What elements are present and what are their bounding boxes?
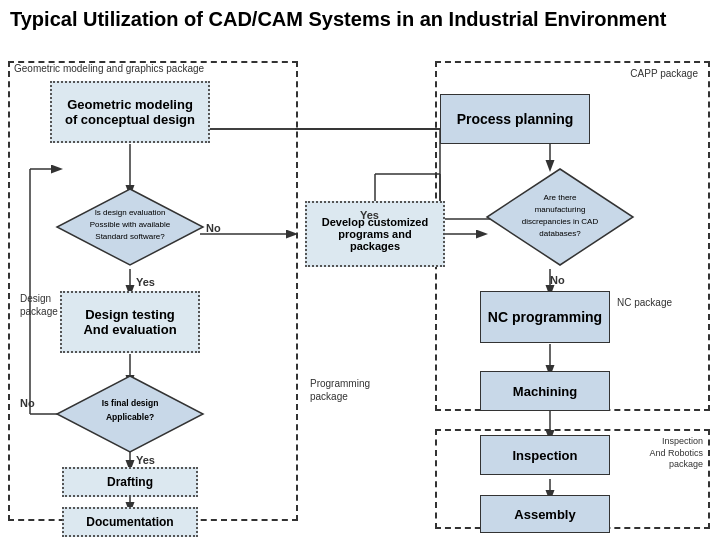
design-package-label: Design package [20,292,58,318]
programming-package-label: Programming package [310,377,370,403]
svg-text:Possible with available: Possible with available [90,220,171,229]
svg-text:discrepancies in CAD: discrepancies in CAD [522,217,599,226]
svg-text:Standard software?: Standard software? [95,232,165,241]
yes3-label: Yes [136,454,155,466]
inspection-robotics-label: Inspection And Robotics package [649,436,703,471]
assembly-box: Assembly [480,495,610,533]
process-planning-box: Process planning [440,94,590,144]
inspection-box: Inspection [480,435,610,475]
are-there-diamond: Are there manufacturing discrepancies in… [485,167,635,267]
no1-label: No [206,222,221,234]
yes2-label: Yes [136,276,155,288]
svg-text:Applicable?: Applicable? [106,412,154,422]
drafting-box: Drafting [62,467,198,497]
yes1-label: Yes [360,209,379,221]
geometric-modeling-box: Geometric modeling of conceptual design [50,81,210,143]
final-design-diamond: Is final design Applicable? [55,374,205,454]
svg-text:Is design evaluation: Is design evaluation [95,208,166,217]
svg-text:Are there: Are there [544,193,577,202]
design-testing-box: Design testing And evaluation [60,291,200,353]
design-eval-diamond: Is design evaluation Possible with avail… [55,187,205,267]
capp-label: CAPP package [630,68,698,79]
nc-programming-box: NC programming [480,291,610,343]
no3-label: No [20,397,35,409]
left-package-label: Geometric modeling and graphics package [14,63,204,74]
no2-label: No [550,274,565,286]
documentation-box: Documentation [62,507,198,537]
nc-package-label: NC package [617,297,672,308]
page-title: Typical Utilization of CAD/CAM Systems i… [0,0,720,39]
svg-text:manufacturing: manufacturing [535,205,586,214]
svg-text:Is final design: Is final design [102,398,159,408]
machining-box: Machining [480,371,610,411]
svg-text:databases?: databases? [539,229,581,238]
